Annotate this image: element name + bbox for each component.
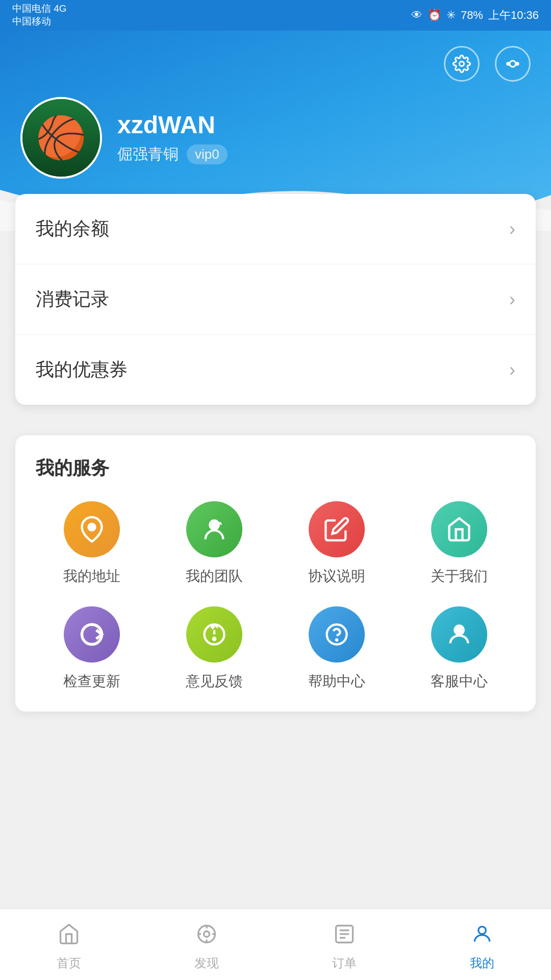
balance-menu-item[interactable]: 我的余额 › <box>15 194 536 264</box>
coupon-menu-item[interactable]: 我的优惠券 › <box>15 335 536 405</box>
profile-sub: 倔强青铜 vip0 <box>117 144 228 165</box>
customer-icon <box>431 606 487 663</box>
svg-point-18 <box>457 628 462 632</box>
about-icon <box>431 501 487 557</box>
settings-button[interactable] <box>444 46 480 82</box>
mine-nav-icon <box>471 923 493 951</box>
customer-label: 客服中心 <box>431 672 488 691</box>
discover-nav-label: 发现 <box>194 955 219 971</box>
discover-nav-icon <box>195 923 218 951</box>
history-chevron: › <box>509 289 515 310</box>
svg-point-0 <box>460 62 464 66</box>
profile-info: xzdWAN 倔强青铜 vip0 <box>117 111 228 165</box>
nav-mine[interactable]: 我的 <box>413 918 551 971</box>
svg-point-1 <box>510 61 516 67</box>
svg-point-20 <box>204 932 210 937</box>
service-address[interactable]: 我的地址 <box>36 501 148 586</box>
services-grid: 我的地址 我的团队 <box>36 501 515 691</box>
bluetooth-icon: ✳ <box>446 9 456 22</box>
menu-card: 我的余额 › 消费记录 › 我的优惠券 › <box>15 194 536 405</box>
feedback-label: 意见反馈 <box>186 672 243 691</box>
balance-chevron: › <box>509 218 515 240</box>
orders-nav-icon <box>333 923 356 951</box>
balance-label: 我的余额 <box>36 216 109 241</box>
coupon-chevron: › <box>509 359 515 381</box>
carrier-info: 中国电信 4G 中国移动 <box>12 3 67 28</box>
nav-orders[interactable]: 订单 <box>276 918 413 971</box>
about-label: 关于我们 <box>431 567 488 586</box>
bottom-nav: 首页 发现 订单 <box>0 909 551 980</box>
protocol-label: 协议说明 <box>308 567 365 586</box>
home-nav-icon <box>58 923 80 951</box>
update-icon <box>64 606 120 663</box>
nav-discover[interactable]: 发现 <box>138 918 276 971</box>
alarm-icon: ⏰ <box>428 9 441 22</box>
orders-nav-label: 订单 <box>332 955 357 971</box>
svg-point-13 <box>213 638 215 640</box>
help-icon <box>309 606 365 663</box>
service-about[interactable]: 关于我们 <box>403 501 515 586</box>
service-team[interactable]: 我的团队 <box>158 501 270 586</box>
mine-nav-label: 我的 <box>470 955 494 971</box>
rank-label: 倔强青铜 <box>117 144 179 165</box>
services-title: 我的服务 <box>36 456 515 481</box>
svg-point-3 <box>516 63 519 65</box>
team-label: 我的团队 <box>186 567 243 586</box>
help-label: 帮助中心 <box>308 672 365 691</box>
service-feedback[interactable]: 意见反馈 <box>158 606 270 691</box>
header-icons <box>20 46 531 82</box>
service-customer[interactable]: 客服中心 <box>403 606 515 691</box>
address-icon <box>64 501 120 557</box>
svg-point-2 <box>507 63 510 65</box>
time-display: 上午10:36 <box>488 8 539 23</box>
services-section: 我的服务 我的地址 <box>15 435 536 712</box>
update-label: 检查更新 <box>63 672 120 691</box>
service-help[interactable]: 帮助中心 <box>281 606 393 691</box>
avatar[interactable] <box>20 97 102 179</box>
status-bar: 中国电信 4G 中国移动 👁 ⏰ ✳ 78% 上午10:36 <box>0 0 551 31</box>
team-icon <box>186 501 242 557</box>
vip-badge: vip0 <box>187 144 228 164</box>
battery-level: 78% <box>461 9 483 22</box>
username: xzdWAN <box>117 111 228 139</box>
service-update[interactable]: 检查更新 <box>36 606 148 691</box>
service-protocol[interactable]: 协议说明 <box>281 501 393 586</box>
protocol-icon <box>309 501 365 557</box>
coupon-label: 我的优惠券 <box>36 357 128 382</box>
svg-point-4 <box>89 524 95 530</box>
feedback-icon <box>186 606 242 663</box>
profile-row: xzdWAN 倔强青铜 vip0 <box>20 97 531 179</box>
svg-point-29 <box>479 926 486 934</box>
status-icons: 👁 ⏰ ✳ 78% 上午10:36 <box>411 8 539 23</box>
eye-icon: 👁 <box>411 9 422 22</box>
address-label: 我的地址 <box>63 567 120 586</box>
history-label: 消费记录 <box>36 287 109 312</box>
home-nav-label: 首页 <box>57 955 81 971</box>
history-menu-item[interactable]: 消费记录 › <box>15 264 536 335</box>
message-button[interactable] <box>495 46 531 82</box>
nav-home[interactable]: 首页 <box>0 918 138 971</box>
